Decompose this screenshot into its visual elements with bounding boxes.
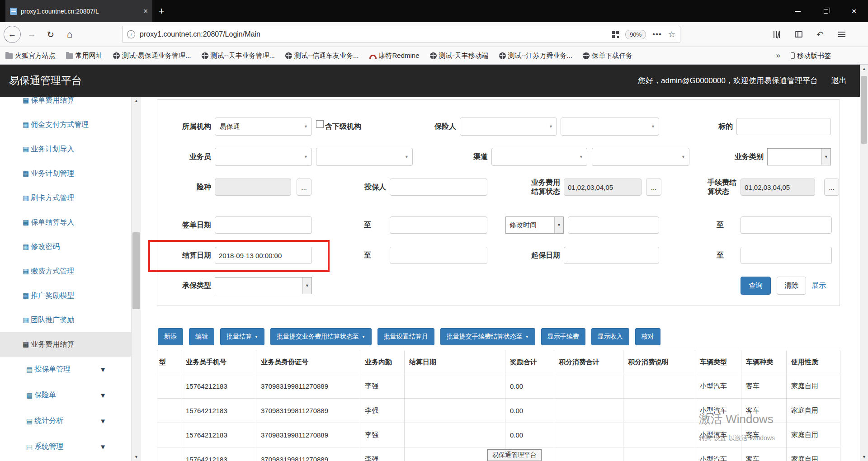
target-input[interactable]: [736, 118, 831, 135]
page-scrollbar[interactable]: ▲ ▼: [860, 65, 868, 461]
batch-settle-button[interactable]: 批量结算▼: [220, 328, 264, 345]
sign-date-end-input[interactable]: [390, 216, 487, 234]
salesman-select-2[interactable]: ▼: [316, 148, 413, 166]
sidebar-item-system-mgmt[interactable]: ▤系统管理▼: [0, 434, 131, 460]
show-income-button[interactable]: 显示收入: [591, 328, 629, 345]
back-button[interactable]: ←: [4, 26, 21, 43]
fee-status-input[interactable]: [741, 179, 815, 196]
salesman-select-1[interactable]: ▼: [215, 148, 312, 166]
scroll-up-icon[interactable]: ▲: [132, 97, 141, 105]
table-row[interactable]: 15764212183370983199811270889李强0.00小型汽车客…: [157, 399, 840, 423]
batch-set-settle-month-button[interactable]: 批量设置结算月: [377, 328, 434, 345]
address-bar[interactable]: i proxy1.countnet.cn:20807/Login/Main 90…: [122, 26, 680, 43]
qr-code-icon[interactable]: [612, 31, 619, 38]
bookmark-item[interactable]: 测试-天丰移动端: [430, 52, 489, 60]
table-row[interactable]: 15764212183370983199811270889李强0.00小型汽车客…: [157, 374, 840, 399]
insure-start-date-end-input[interactable]: [741, 247, 832, 264]
sidebar-item-commission-pay-mgmt[interactable]: ▦佣金支付方式管理: [0, 113, 131, 137]
sidebars-icon[interactable]: [791, 31, 806, 38]
insure-start-date-start-input[interactable]: [564, 247, 659, 264]
scroll-up-icon[interactable]: ▲: [860, 65, 868, 73]
sidebar-scrollbar-thumb[interactable]: [132, 232, 140, 309]
risk-input[interactable]: [215, 179, 291, 196]
include-sub-checkbox[interactable]: [316, 120, 324, 128]
page-scrollbar-thumb[interactable]: [861, 76, 867, 144]
table-row[interactable]: 15764212183370983199811270889李强0.00小型汽车客…: [157, 423, 840, 447]
folder-icon: [66, 53, 73, 59]
new-tab-button[interactable]: +: [152, 0, 171, 22]
bookmarks-overflow-icon[interactable]: »: [776, 51, 780, 60]
biz-fee-more-button[interactable]: ...: [646, 179, 661, 196]
bookmark-item[interactable]: 常用网址: [66, 52, 103, 60]
settle-date-end-input[interactable]: [390, 247, 487, 264]
insurer-select-1[interactable]: ▼: [460, 118, 557, 136]
window-restore-button[interactable]: [812, 0, 840, 22]
logout-link[interactable]: 退出: [831, 75, 847, 86]
bookmark-item[interactable]: 火狐官方站点: [5, 52, 56, 60]
sidebar-item-change-password[interactable]: ▦修改密码: [0, 235, 131, 259]
sidebar-item-policy-app-mgmt[interactable]: ▤投保单管理▼: [0, 357, 131, 382]
edit-button[interactable]: 编辑: [189, 328, 214, 345]
biz-class-select[interactable]: ▼: [767, 148, 831, 165]
home-icon[interactable]: ⌂: [62, 29, 77, 40]
window-close-button[interactable]: ×: [840, 0, 868, 22]
applicant-input[interactable]: [390, 179, 487, 196]
page-actions-icon[interactable]: •••: [652, 30, 662, 39]
modify-time-select[interactable]: 修改时间▼: [505, 216, 564, 234]
bookmark-item[interactable]: 康特Redmine: [369, 52, 420, 60]
sidebar-item-promo-reward-model[interactable]: ▦推广奖励模型: [0, 283, 131, 308]
risk-more-button[interactable]: ...: [297, 179, 311, 196]
window-minimize-button[interactable]: [784, 0, 812, 22]
modify-time-end-input[interactable]: [741, 216, 832, 234]
underwrite-type-select[interactable]: ▼: [215, 277, 312, 294]
sidebar-item-biz-plan-import[interactable]: ▦业务计划导入: [0, 137, 131, 161]
sidebar-item-biz-plan-mgmt[interactable]: ▦业务计划管理: [0, 161, 131, 186]
scroll-down-icon[interactable]: ▼: [860, 453, 868, 461]
tab-close-icon[interactable]: ×: [143, 7, 148, 15]
modify-time-start-input[interactable]: [568, 216, 659, 234]
bookmark-item[interactable]: 测试--江苏万舜业务...: [499, 52, 573, 60]
channel-select-2[interactable]: ▼: [592, 148, 689, 166]
batch-submit-fee-status-button[interactable]: 批量提交手续费结算状态至▼: [440, 328, 535, 345]
scroll-down-icon[interactable]: ▼: [132, 453, 141, 461]
sidebar-item-policy-fee-settlement[interactable]: ▦保单费用结算: [0, 97, 131, 113]
settle-date-start-input[interactable]: [215, 247, 312, 264]
sidebar-item-team-promo-reward[interactable]: ▦团队推广奖励: [0, 308, 131, 332]
bookmark-item[interactable]: 测试--信通车友业务...: [285, 52, 359, 60]
channel-select-1[interactable]: ▼: [491, 148, 587, 166]
clear-button[interactable]: 清除: [777, 277, 806, 295]
bookmark-item[interactable]: 测试--天丰业务管理...: [202, 52, 275, 60]
bookmark-item[interactable]: 保单下载任务: [583, 52, 632, 60]
insurer-select-2[interactable]: ▼: [561, 118, 659, 136]
browser-tab[interactable]: proxy1.countnet.cn:20807/L ×: [5, 0, 152, 22]
expand-link[interactable]: 展示: [811, 281, 826, 291]
zoom-level-badge[interactable]: 90%: [625, 30, 646, 39]
sidebar-item-insurance-policy[interactable]: ▤保险单▼: [0, 382, 131, 408]
forward-button[interactable]: →: [24, 29, 39, 39]
sidebar-item-payment-method-mgmt[interactable]: ▦缴费方式管理: [0, 259, 131, 283]
bookmark-star-icon[interactable]: ☆: [668, 29, 675, 39]
undo-arrow-icon[interactable]: ↶: [812, 29, 828, 40]
fee-more-button[interactable]: ...: [824, 179, 839, 196]
doc-icon: ▤: [26, 391, 33, 400]
sidebar-item-biz-fee-settlement[interactable]: ▦业务费用结算: [0, 332, 131, 357]
page-info-icon[interactable]: i: [127, 30, 135, 38]
sidebar-item-card-swipe-mgmt[interactable]: ▦刷卡方式管理: [0, 186, 131, 210]
show-fee-button[interactable]: 显示手续费: [541, 328, 585, 345]
batch-submit-biz-fee-status-button[interactable]: 批量提交业务费用结算状态至▼: [270, 328, 372, 345]
sidebar-scrollbar[interactable]: ▲ ▼: [131, 97, 141, 461]
sidebar-item-stats-analysis[interactable]: ▤统计分析▼: [0, 408, 131, 434]
library-icon[interactable]: [769, 31, 784, 38]
sidebar-item-policy-settle-import[interactable]: ▦保单结算导入: [0, 210, 131, 235]
reload-icon[interactable]: ↻: [43, 29, 58, 40]
chevron-down-icon: ▼: [549, 124, 553, 129]
bookmark-item-mobile[interactable]: 移动版书签: [791, 52, 831, 60]
menu-icon[interactable]: [834, 34, 849, 35]
sign-date-start-input[interactable]: [215, 216, 312, 234]
biz-fee-status-input[interactable]: [564, 179, 642, 196]
bookmark-item[interactable]: 测试-易保通业务管理...: [113, 52, 191, 60]
org-select[interactable]: 易保通▼: [215, 118, 312, 136]
check-button[interactable]: 核对: [635, 328, 660, 345]
query-button[interactable]: 查询: [741, 277, 771, 295]
add-button[interactable]: 新添: [158, 328, 183, 345]
